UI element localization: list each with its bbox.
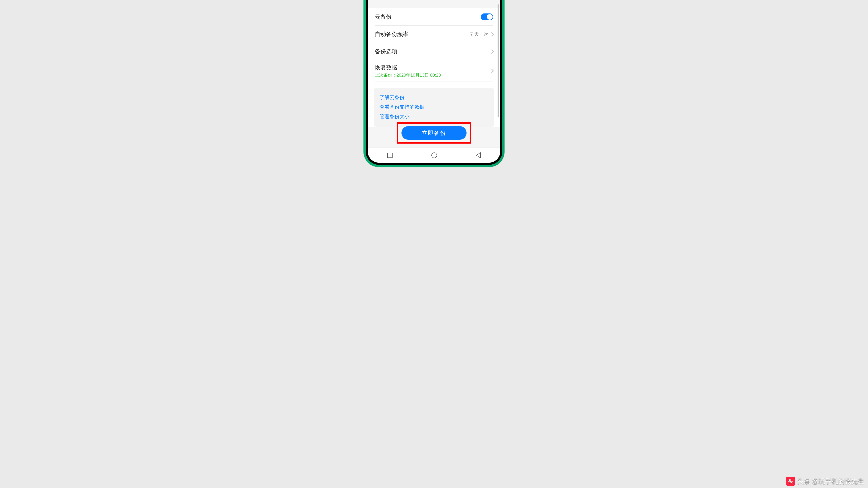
panel-top-gap bbox=[368, 2, 500, 8]
row-restore-data[interactable]: 恢复数据 上次备份：2020年10月13日 00:23 bbox=[375, 60, 493, 82]
row-backup-options[interactable]: 备份选项 bbox=[375, 43, 493, 60]
row-restore-col: 恢复数据 上次备份：2020年10月13日 00:23 bbox=[375, 64, 441, 78]
link-learn-cloud-backup[interactable]: 了解云备份 bbox=[379, 93, 489, 102]
settings-panel: 云备份 自动备份频率 7 天一次 备份选项 bbox=[368, 2, 500, 127]
info-card: 了解云备份 查看备份支持的数据 管理备份大小 bbox=[374, 88, 494, 127]
row-auto-frequency[interactable]: 自动备份频率 7 天一次 bbox=[375, 26, 493, 43]
phone-screen: 云备份 自动备份频率 7 天一次 备份选项 bbox=[368, 0, 500, 163]
toggle-cloud-backup[interactable] bbox=[480, 13, 493, 21]
recent-apps-icon[interactable] bbox=[388, 153, 393, 158]
watermark: 头 头条 @玩手机的张先生 bbox=[786, 477, 864, 486]
row-restore-label: 恢复数据 bbox=[375, 64, 441, 71]
home-icon[interactable] bbox=[431, 153, 437, 158]
row-backup-options-label: 备份选项 bbox=[375, 48, 397, 55]
backup-now-button[interactable]: 立即备份 bbox=[401, 126, 467, 140]
row-auto-frequency-label: 自动备份频率 bbox=[375, 30, 409, 38]
watermark-author: @玩手机的张先生 bbox=[812, 477, 864, 486]
back-icon[interactable] bbox=[476, 152, 480, 158]
highlight-box: 立即备份 bbox=[397, 122, 471, 143]
chevron-right-icon bbox=[490, 32, 494, 36]
android-navbar bbox=[368, 148, 500, 163]
link-manage-backup-size[interactable]: 管理备份大小 bbox=[379, 112, 489, 121]
chevron-right-icon bbox=[490, 69, 494, 73]
phone-frame: 云备份 自动备份频率 7 天一次 备份选项 bbox=[364, 0, 504, 167]
row-cloud-backup[interactable]: 云备份 bbox=[375, 8, 493, 26]
scrollbar[interactable] bbox=[498, 4, 499, 117]
row-restore-last-backup: 上次备份：2020年10月13日 00:23 bbox=[375, 72, 441, 78]
row-cloud-backup-label: 云备份 bbox=[375, 13, 392, 21]
link-supported-data[interactable]: 查看备份支持的数据 bbox=[379, 102, 489, 112]
watermark-brand: 头条 bbox=[797, 477, 810, 486]
row-auto-frequency-value: 7 天一次 bbox=[470, 31, 489, 37]
watermark-logo-icon: 头 bbox=[786, 477, 795, 486]
phone-bezel: 云备份 自动备份频率 7 天一次 备份选项 bbox=[366, 0, 502, 165]
chevron-right-icon bbox=[490, 50, 494, 54]
